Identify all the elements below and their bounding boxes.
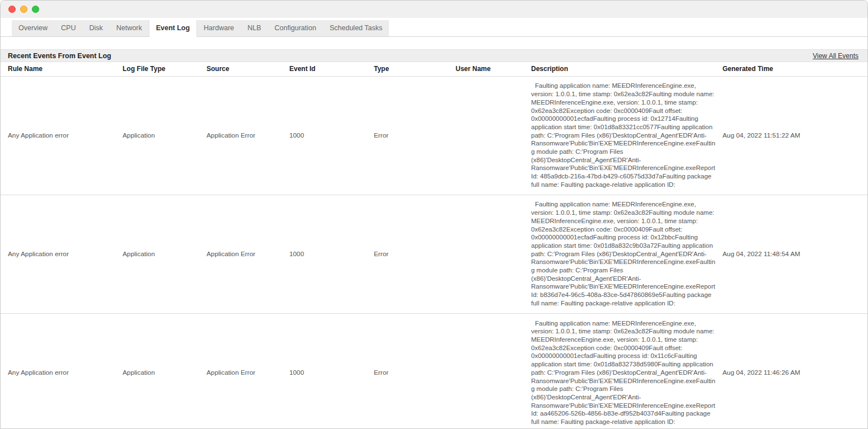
- tab-network[interactable]: Network: [110, 20, 149, 36]
- cell-source: Application Error: [199, 76, 282, 195]
- section-title: Recent Events From Event Log: [8, 52, 111, 60]
- table-row: Any Application error Application Applic…: [1, 195, 867, 313]
- column-header-source: Source: [199, 62, 282, 76]
- tab-hardware[interactable]: Hardware: [197, 20, 241, 36]
- cell-event-id: 1000: [282, 195, 367, 313]
- cell-user-name: [448, 195, 524, 313]
- cell-type: Error: [367, 76, 448, 195]
- column-header-user-name: User Name: [448, 62, 524, 76]
- cell-log-file-type: Application: [115, 313, 199, 429]
- section-header-bar: Recent Events From Event Log View All Ev…: [1, 49, 867, 62]
- tab-cpu[interactable]: CPU: [54, 20, 82, 36]
- cell-description: Faulting application name: MEEDRInferenc…: [524, 76, 715, 195]
- tab-bar-container: Overview CPU Disk Network Event Log Hard…: [1, 18, 867, 37]
- cell-log-file-type: Application: [115, 195, 199, 313]
- cell-generated-time: Aug 04, 2022 11:48:54 AM: [715, 195, 867, 313]
- table-row: Any Application error Application Applic…: [1, 313, 867, 429]
- column-header-rule-name: Rule Name: [1, 62, 115, 76]
- cell-generated-time: Aug 04, 2022 11:51:22 AM: [715, 76, 867, 195]
- cell-log-file-type: Application: [115, 76, 199, 195]
- column-header-event-id: Event Id: [282, 62, 367, 76]
- minimize-button[interactable]: [20, 6, 27, 13]
- table-header-row: Rule Name Log File Type Source Event Id …: [1, 62, 867, 76]
- description-text: Faulting application name: MEEDRInferenc…: [531, 319, 715, 426]
- cell-source: Application Error: [199, 195, 282, 313]
- tab-event-log[interactable]: Event Log: [149, 20, 197, 37]
- close-button[interactable]: [8, 6, 16, 13]
- cell-source: Application Error: [199, 313, 282, 429]
- app-window: Overview CPU Disk Network Event Log Hard…: [0, 0, 868, 429]
- column-header-description: Description: [524, 62, 715, 76]
- table-row: Any Application error Application Applic…: [1, 76, 867, 195]
- column-header-generated-time: Generated Time: [715, 62, 867, 76]
- cell-event-id: 1000: [282, 76, 367, 195]
- view-all-events-link[interactable]: View All Events: [813, 52, 858, 60]
- description-text: Faulting application name: MEEDRInferenc…: [531, 200, 715, 307]
- tab-scheduled-tasks[interactable]: Scheduled Tasks: [323, 20, 389, 36]
- window-titlebar: [1, 1, 867, 18]
- column-header-type: Type: [367, 62, 448, 76]
- tab-overview[interactable]: Overview: [12, 20, 54, 36]
- zoom-button[interactable]: [32, 6, 39, 13]
- cell-user-name: [448, 76, 524, 195]
- cell-rule-name: Any Application error: [1, 313, 115, 429]
- cell-type: Error: [367, 313, 448, 429]
- tab-nlb[interactable]: NLB: [241, 20, 268, 36]
- tab-configuration[interactable]: Configuration: [268, 20, 323, 36]
- cell-rule-name: Any Application error: [1, 76, 115, 195]
- cell-event-id: 1000: [282, 313, 367, 429]
- description-text: Faulting application name: MEEDRInferenc…: [531, 82, 715, 188]
- cell-user-name: [448, 313, 524, 429]
- cell-description: Faulting application name: MEEDRInferenc…: [524, 195, 715, 313]
- column-header-log-file-type: Log File Type: [115, 62, 199, 76]
- tab-bar: Overview CPU Disk Network Event Log Hard…: [12, 20, 389, 36]
- tab-disk[interactable]: Disk: [83, 20, 110, 36]
- cell-type: Error: [367, 195, 448, 313]
- event-log-table: Rule Name Log File Type Source Event Id …: [1, 62, 867, 429]
- cell-rule-name: Any Application error: [1, 195, 115, 313]
- cell-generated-time: Aug 04, 2022 11:46:26 AM: [715, 313, 867, 429]
- cell-description: Faulting application name: MEEDRInferenc…: [524, 313, 715, 429]
